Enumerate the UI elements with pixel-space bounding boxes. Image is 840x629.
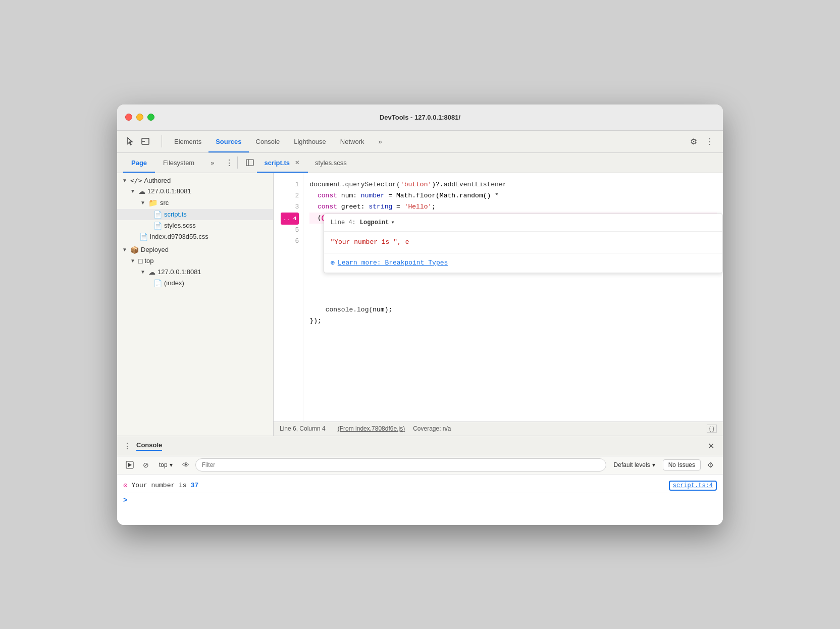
levels-chevron-icon: ▾ (652, 461, 655, 468)
file-tree: ▼ </> Authored ▼ ☁ 127.0.0.1:8081 ▼ 📁 sr… (117, 173, 274, 436)
more-vert-icon[interactable]: ⋮ (703, 134, 717, 148)
authored-label: Authored (144, 177, 171, 184)
main-tab-bar: Elements Sources Console Lighthouse Netw… (167, 131, 685, 152)
console-log-source-link[interactable]: script.ts:4 (669, 481, 717, 491)
code-editor[interactable]: document.querySelector('button')?.addEve… (303, 173, 723, 422)
tree-authored[interactable]: ▼ </> Authored (117, 175, 273, 186)
file-tab-close-script[interactable]: ✕ (293, 159, 301, 167)
subtab-options-icon[interactable]: ⋮ (225, 158, 234, 168)
line-no-4: .. 4 (280, 213, 299, 225)
host-arrow: ▼ (129, 188, 136, 194)
line-no-3: 3 (280, 201, 299, 213)
cloud-icon-authored: ☁ (138, 187, 145, 195)
window-title: DevTools - 127.0.0.1:8081/ (380, 114, 460, 121)
console-settings-icon[interactable]: ⚙ (704, 458, 717, 471)
deployed-host-arrow: ▼ (139, 269, 146, 275)
tree-authored-host[interactable]: ▼ ☁ 127.0.0.1:8081 (117, 186, 273, 197)
src-arrow: ▼ (139, 200, 146, 205)
subtab-more[interactable]: » (202, 153, 222, 173)
execute-script-icon[interactable] (123, 458, 136, 471)
status-bar-right: { } (707, 425, 717, 433)
tree-deployed[interactable]: ▼ 📦 Deployed (117, 244, 273, 255)
default-levels-dropdown[interactable]: Default levels ▾ (609, 460, 660, 470)
file-tab-script-ts[interactable]: script.ts ✕ (257, 153, 308, 173)
traffic-lights (125, 114, 154, 121)
source-map-info: (From index.7808df6e.js) (338, 425, 405, 432)
live-expressions-icon[interactable]: 👁 (179, 458, 192, 471)
maximize-button[interactable] (147, 114, 154, 121)
tab-elements[interactable]: Elements (167, 131, 208, 152)
console-options-icon[interactable]: ⋮ (123, 441, 132, 451)
prompt-arrow-icon: > (123, 496, 127, 504)
cursor-position: Line 6, Column 4 (280, 425, 326, 432)
sidebar-toggle-icon[interactable] (243, 155, 257, 170)
toolbar-right: ⚙ ⋮ (687, 134, 717, 148)
index-label: (index) (164, 279, 184, 287)
devtools-window: DevTools - 127.0.0.1:8081/ Elements (117, 104, 723, 525)
css-file-icon: 📄 (139, 233, 148, 241)
tree-deployed-host[interactable]: ▼ ☁ 127.0.0.1:8081 (117, 267, 273, 278)
file-tab-styles-scss[interactable]: styles.scss (308, 153, 354, 173)
close-button[interactable] (125, 114, 132, 121)
line-no-1: 1 (280, 179, 299, 190)
console-close-icon[interactable]: ✕ (705, 440, 717, 452)
tree-index-file[interactable]: 📄 (index) (117, 278, 273, 289)
tab-sources[interactable]: Sources (208, 131, 248, 152)
authored-host-label: 127.0.0.1:8081 (147, 187, 191, 195)
main-toolbar: Elements Sources Console Lighthouse Netw… (117, 131, 723, 153)
code-container[interactable]: 1 2 3 .. 4 5 6 document.querySelector('b… (274, 173, 723, 422)
tree-styles-scss[interactable]: 📄 styles.scss (117, 220, 273, 231)
src-label: src (160, 199, 169, 206)
console-prompt: > (123, 493, 717, 507)
tree-src-folder[interactable]: ▼ 📁 src (117, 197, 273, 209)
context-selector[interactable]: top ▾ (155, 460, 176, 470)
styles-scss-label: styles.scss (164, 222, 196, 229)
console-filter-input[interactable] (195, 458, 606, 471)
logpoint-line-label: Line 4: (330, 217, 355, 228)
deployed-label: Deployed (141, 246, 169, 253)
console-log-number: 37 (191, 482, 199, 489)
minimize-button[interactable] (136, 114, 143, 121)
console-header: ⋮ Console ✕ (117, 436, 723, 456)
subtab-page[interactable]: Page (123, 153, 155, 173)
code-line-6: }); (309, 316, 717, 327)
dropdown-chevron-icon: ▾ (391, 217, 394, 228)
authored-icon: </> (130, 177, 142, 184)
console-log-entry: ⊙ Your number is 37 script.ts:4 (123, 479, 717, 493)
cursor-icon[interactable] (123, 134, 137, 148)
top-arrow: ▼ (129, 258, 136, 264)
pretty-print-icon[interactable]: { } (707, 425, 717, 433)
titlebar: DevTools - 127.0.0.1:8081/ (117, 104, 723, 131)
deployed-host-label: 127.0.0.1:8081 (158, 268, 201, 276)
script-ts-label: script.ts (164, 211, 187, 218)
frame-icon: □ (138, 257, 142, 265)
tab-console[interactable]: Console (249, 131, 287, 152)
learn-more-link[interactable]: Learn more: Breakpoint Types (338, 257, 448, 269)
code-line-3: const greet: string = 'Hello'; (309, 201, 717, 213)
tab-more[interactable]: » (372, 131, 389, 152)
svg-rect-2 (246, 160, 253, 166)
logpoint-input[interactable]: "Your number is ", e (324, 232, 722, 253)
console-section: ⋮ Console ✕ ⊘ top ▾ 👁 (117, 436, 723, 525)
logpoint-popup: Line 4: Logpoint ▾ "Your number is ", e … (324, 214, 723, 273)
toolbar-nav-icons (123, 134, 152, 148)
tree-script-ts[interactable]: 📄 script.ts (117, 209, 273, 220)
clear-console-icon[interactable]: ⊘ (139, 458, 152, 471)
tab-network[interactable]: Network (333, 131, 372, 152)
tab-lighthouse[interactable]: Lighthouse (287, 131, 333, 152)
console-output: ⊙ Your number is 37 script.ts:4 > (117, 475, 723, 525)
tree-top-frame[interactable]: ▼ □ top (117, 255, 273, 267)
dock-icon[interactable] (138, 134, 152, 148)
gear-icon[interactable]: ⚙ (687, 134, 701, 148)
tree-index-css[interactable]: 📄 index.d9703d55.css (117, 231, 273, 242)
no-issues-button[interactable]: No Issues (663, 459, 701, 470)
line-no-6: 6 (280, 236, 299, 247)
context-label: top (159, 461, 168, 468)
toolbar-divider-1 (162, 135, 162, 147)
line-numbers: 1 2 3 .. 4 5 6 (274, 173, 303, 422)
console-toolbar: ⊘ top ▾ 👁 Default levels ▾ No Issues ⚙ (117, 456, 723, 475)
subtab-filesystem[interactable]: Filesystem (155, 153, 202, 173)
logpoint-type-dropdown[interactable]: Logpoint ▾ (360, 217, 395, 228)
ts-file-icon: 📄 (153, 211, 162, 219)
logpoint-output-icon: ⊙ (123, 481, 127, 490)
